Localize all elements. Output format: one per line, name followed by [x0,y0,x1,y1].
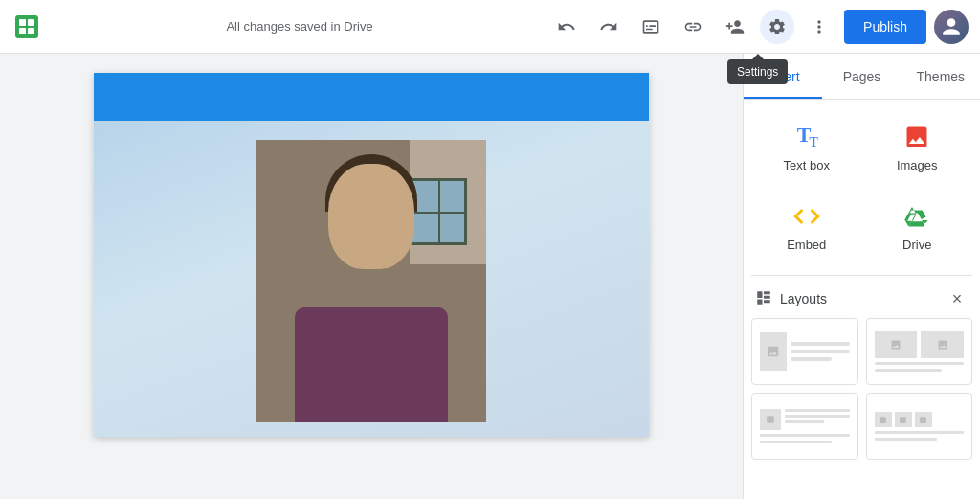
tab-themes[interactable]: Themes [902,54,980,99]
canvas-area[interactable] [0,54,743,499]
insert-embed[interactable]: Embed [751,188,862,267]
layout-card-1[interactable] [751,318,858,385]
person-shirt [295,307,448,422]
insert-text-box[interactable]: TT Text box [751,107,862,188]
svg-rect-3 [19,28,26,34]
svg-rect-1 [19,19,26,26]
undo-button[interactable] [549,10,584,44]
toolbar-center: All changes saved in Drive [50,19,549,34]
share-button[interactable] [718,10,752,44]
person-face [328,164,414,269]
svg-rect-0 [15,15,38,38]
toolbar-right: Publish [549,10,969,44]
link-button[interactable] [676,10,710,44]
main-container: Insert Pages Themes TT Text box [0,54,980,499]
layouts-icon [755,289,772,309]
layouts-header: Layouts × [751,280,972,318]
slide[interactable] [94,73,649,437]
insert-images[interactable]: Images [862,107,973,188]
layout-card-2[interactable] [866,318,973,385]
preview-button[interactable] [634,10,668,44]
drive-icon [903,203,930,230]
svg-rect-2 [28,19,34,26]
window-pane-v [438,181,440,242]
slide-header [94,73,649,121]
layout-img-2b [921,331,964,358]
layout-img-1 [760,332,787,371]
settings-button[interactable] [760,10,794,44]
photo-window [410,178,467,245]
avatar[interactable] [934,10,969,44]
layout-card-3[interactable] [751,393,858,460]
toolbar: All changes saved in Drive Publish [0,0,980,54]
layouts-section: Layouts × [744,276,980,499]
layouts-label: Layouts [780,291,827,306]
toolbar-left [11,11,50,42]
layouts-close-button[interactable]: × [946,287,969,310]
app-logo [11,11,42,42]
layout-preview-1 [760,332,850,371]
slide-content [94,121,649,437]
photo-frame[interactable] [256,140,486,422]
svg-rect-4 [28,28,34,34]
settings-tooltip: Settings [727,59,788,84]
embed-icon [793,203,820,230]
publish-button[interactable]: Publish [844,10,926,44]
insert-grid: TT Text box Images [744,100,980,275]
images-icon [903,124,930,150]
right-panel: Insert Pages Themes TT Text box [743,54,980,499]
layouts-grid [751,318,972,460]
text-box-icon: TT [797,123,816,150]
layouts-title: Layouts [755,289,827,309]
save-status: All changes saved in Drive [226,19,372,34]
more-options-button[interactable] [802,10,836,44]
layout-img-2a [875,331,918,358]
tab-pages[interactable]: Pages [822,54,901,99]
insert-drive[interactable]: Drive [862,188,973,267]
redo-button[interactable] [591,10,626,44]
layout-card-4[interactable] [866,393,973,460]
